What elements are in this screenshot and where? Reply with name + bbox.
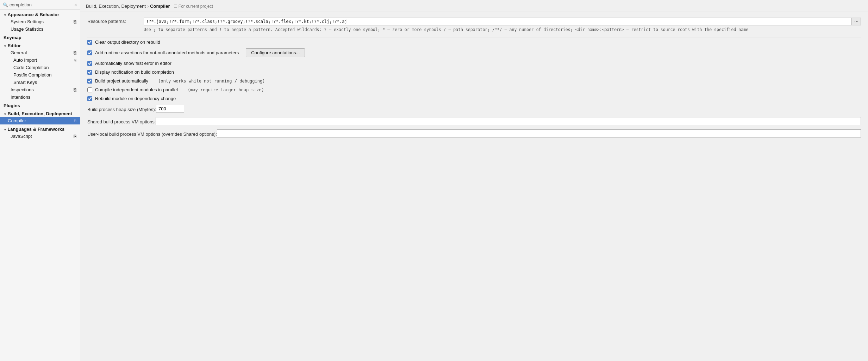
separator — [87, 37, 861, 37]
resource-patterns-row: Resource patterns: ⋯ Use ; to separate p… — [87, 18, 861, 33]
checkbox-note-build-auto: (only works while not running / debuggin… — [158, 79, 265, 84]
breadcrumb-project-note: ☐ For current project — [174, 4, 213, 9]
search-bar: 🔍 × — [0, 0, 80, 10]
copy-icon-compiler: ⎘ — [74, 119, 76, 123]
sidebar-item-auto-import[interactable]: Auto Import ⎘ — [0, 56, 80, 64]
user-local-vm-label: User-local build process VM options (ove… — [87, 130, 217, 137]
resource-patterns-label: Resource patterns: — [87, 18, 144, 24]
checkbox-label-add-runtime: Add runtime assertions for not-null-anno… — [95, 50, 239, 55]
resource-patterns-expand-btn[interactable]: ⋯ — [852, 18, 861, 25]
sidebar-section-appearance-behavior[interactable]: Appearance & Behavior — [0, 10, 80, 18]
copy-icon: ⎘ — [74, 19, 76, 24]
sidebar-section-languages[interactable]: Languages & Frameworks — [0, 124, 80, 133]
shared-vm-row: Shared build process VM options: — [87, 117, 861, 125]
checkbox-row-display-notification: Display notification on build completion — [87, 69, 861, 75]
search-input[interactable] — [10, 2, 74, 7]
checkbox-build-auto[interactable] — [87, 79, 92, 84]
breadcrumb-part-2: Compiler — [150, 4, 170, 9]
configure-annotations-button[interactable]: Configure annotations... — [246, 48, 305, 57]
checkbox-label-compile-parallel: Compile independent modules in parallel — [95, 87, 178, 92]
search-clear-button[interactable]: × — [74, 2, 77, 7]
checkbox-note-compile-parallel: (may require larger heap size) — [188, 87, 264, 92]
checkbox-display-notification[interactable] — [87, 70, 92, 75]
sidebar-item-usage-statistics[interactable]: Usage Statistics — [0, 25, 80, 33]
breadcrumb-arrow: › — [147, 4, 149, 9]
content-area: Resource patterns: ⋯ Use ; to separate p… — [80, 12, 868, 361]
sidebar-section-editor[interactable]: Editor — [0, 41, 80, 49]
copy-icon-inspections: ⎘ — [74, 87, 76, 92]
checkbox-row-rebuild-module: Rebuild module on dependency change — [87, 96, 861, 101]
checkbox-row-add-runtime: Add runtime assertions for not-null-anno… — [87, 48, 861, 57]
sidebar-item-general[interactable]: General ⎘ — [0, 49, 80, 56]
heap-size-row: Build process heap size (Mbytes): — [87, 105, 861, 113]
sidebar-item-inspections[interactable]: Inspections ⎘ — [0, 86, 80, 93]
resource-patterns-input-wrap: ⋯ Use ; to separate patterns and ! to ne… — [144, 18, 861, 33]
copy-icon-auto-import: ⎘ — [74, 58, 76, 62]
copy-icon-general: ⎘ — [74, 50, 76, 55]
checkbox-row-build-auto: Build project automatically (only works … — [87, 78, 861, 84]
sidebar-item-code-completion[interactable]: Code Completion — [0, 64, 80, 71]
sidebar-item-compiler[interactable]: Compiler ⎘ — [0, 117, 80, 124]
sidebar: 🔍 × Appearance & Behavior System Setting… — [0, 0, 80, 361]
user-local-vm-input[interactable] — [217, 129, 861, 137]
checkbox-label-display-notification: Display notification on build completion — [95, 69, 174, 75]
sidebar-item-intentions[interactable]: Intentions — [0, 93, 80, 101]
heap-size-label: Build process heap size (Mbytes): — [87, 105, 156, 112]
checkbox-add-runtime[interactable] — [87, 50, 92, 55]
sidebar-section-build[interactable]: Build, Execution, Deployment — [0, 109, 80, 117]
checkbox-clear-output[interactable] — [87, 40, 92, 45]
shared-vm-input[interactable] — [156, 117, 861, 125]
sidebar-item-javascript[interactable]: JavaScript ⎘ — [0, 133, 80, 140]
checkbox-label-build-auto: Build project automatically — [95, 78, 148, 84]
user-local-vm-row: User-local build process VM options (ove… — [87, 129, 861, 137]
resource-patterns-hint: Use ; to separate patterns and ! to nega… — [144, 27, 861, 33]
main-panel: Build, Execution, Deployment › Compiler … — [80, 0, 868, 361]
checkbox-row-compile-parallel: Compile independent modules in parallel … — [87, 87, 861, 92]
checkbox-auto-error[interactable] — [87, 61, 92, 66]
checkbox-rebuild-module[interactable] — [87, 96, 92, 101]
resource-patterns-input[interactable] — [144, 18, 852, 25]
checkbox-label-auto-error: Automatically show first error in editor — [95, 61, 171, 66]
checkbox-row-clear-output: Clear output directory on rebuild — [87, 39, 861, 45]
checkbox-compile-parallel[interactable] — [87, 87, 92, 92]
checkbox-label-clear-output: Clear output directory on rebuild — [95, 39, 160, 45]
shared-vm-label: Shared build process VM options: — [87, 118, 156, 124]
checkbox-label-rebuild-module: Rebuild module on dependency change — [95, 96, 176, 101]
sidebar-item-system-settings[interactable]: System Settings ⎘ — [0, 18, 80, 25]
sidebar-item-smart-keys[interactable]: Smart Keys — [0, 79, 80, 86]
checkbox-row-auto-error: Automatically show first error in editor — [87, 61, 861, 66]
breadcrumb-part-1: Build, Execution, Deployment — [86, 4, 146, 9]
search-icon: 🔍 — [3, 2, 8, 7]
sidebar-section-plugins[interactable]: Plugins — [0, 101, 80, 109]
copy-icon-js: ⎘ — [74, 134, 76, 139]
heap-size-input[interactable] — [156, 105, 184, 113]
sidebar-item-postfix-completion[interactable]: Postfix Completion — [0, 71, 80, 79]
breadcrumb: Build, Execution, Deployment › Compiler … — [80, 0, 868, 12]
sidebar-section-keymap[interactable]: Keymap — [0, 33, 80, 41]
